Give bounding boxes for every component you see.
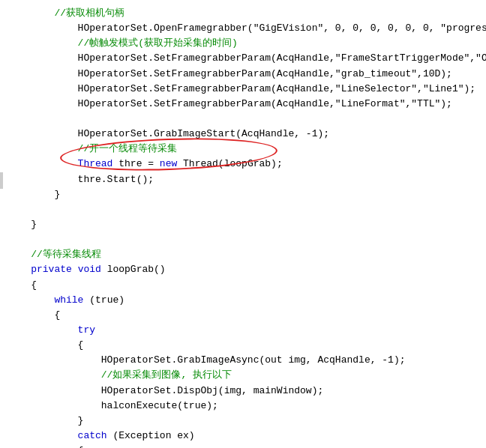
code-token: loopGrab(): [101, 264, 166, 275]
code-token: HOperatorSet.OpenFramegrabber("GigEVisio…: [8, 22, 486, 34]
line-content: //如果采集到图像, 执行以下: [0, 368, 232, 383]
code-line: }: [0, 187, 486, 202]
code-token: //帧触发模式(获取开始采集的时间): [8, 37, 238, 49]
line-content: {: [0, 338, 83, 353]
code-token: //等待采集线程: [8, 249, 101, 260]
line-content: {: [0, 444, 83, 448]
code-line: {: [0, 278, 486, 293]
line-content: HOperatorSet.SetFramegrabberParam(AcqHan…: [0, 82, 476, 97]
code-line: //等待采集线程: [0, 247, 486, 262]
code-token: HOperatorSet.SetFramegrabberParam(AcqHan…: [8, 52, 486, 64]
code-token: }: [8, 189, 60, 200]
line-content: HOperatorSet.GrabImageStart(AcqHandle, -…: [0, 127, 329, 142]
code-line: HOperatorSet.SetFramegrabberParam(AcqHan…: [0, 51, 486, 66]
code-token: {: [8, 339, 83, 351]
code-token: Thread: [8, 158, 112, 169]
line-content: Thread thre = new Thread(loopGrab);: [0, 157, 283, 172]
line-content: HOperatorSet.SetFramegrabberParam(AcqHan…: [0, 97, 452, 112]
code-token: [72, 264, 78, 275]
code-line: while (true): [0, 293, 486, 308]
code-token: //如果采集到图像, 执行以下: [8, 369, 232, 381]
code-token: (true): [83, 294, 124, 306]
code-token: HOperatorSet.SetFramegrabberParam(AcqHan…: [8, 83, 476, 94]
code-line: //帧触发模式(获取开始采集的时间): [0, 36, 486, 51]
line-content: private void loopGrab(): [0, 262, 166, 277]
code-line: halconExecute(true);: [0, 399, 486, 414]
code-token: }: [8, 219, 37, 230]
line-content: }: [0, 217, 37, 232]
code-token: thre =: [112, 158, 159, 169]
code-line: [0, 202, 486, 217]
code-token: {: [8, 279, 37, 291]
line-content: {: [0, 278, 37, 293]
code-token: //开一个线程等待采集: [8, 143, 177, 154]
code-line: HOperatorSet.OpenFramegrabber("GigEVisio…: [0, 21, 486, 36]
code-token: HOperatorSet.SetFramegrabberParam(AcqHan…: [8, 68, 452, 79]
code-token: halconExecute(true);: [8, 400, 218, 411]
line-content: [0, 202, 14, 217]
line-content: //帧触发模式(获取开始采集的时间): [0, 36, 238, 51]
code-token: HOperatorSet.SetFramegrabberParam(AcqHan…: [8, 98, 452, 109]
code-line: }: [0, 217, 486, 232]
line-content: halconExecute(true);: [0, 399, 218, 414]
line-content: try: [0, 323, 95, 338]
code-line: {: [0, 308, 486, 323]
line-content: thre.Start();: [0, 172, 154, 187]
line-content: HOperatorSet.OpenFramegrabber("GigEVisio…: [0, 21, 486, 36]
line-content: }: [0, 187, 60, 202]
code-token: }: [8, 415, 83, 426]
code-line: HOperatorSet.GrabImageAsync(out img, Acq…: [0, 353, 486, 368]
code-line: thre.Start();: [0, 172, 486, 187]
code-token: HOperatorSet.GrabImageAsync(out img, Acq…: [8, 354, 406, 366]
line-content: HOperatorSet.SetFramegrabberParam(AcqHan…: [0, 51, 486, 66]
line-content: }: [0, 414, 83, 429]
code-token: (Exception ex): [107, 430, 195, 441]
line-content: //开一个线程等待采集: [0, 142, 177, 157]
code-token: new: [160, 158, 177, 169]
code-line: try: [0, 323, 486, 338]
line-content: //等待采集线程: [0, 247, 101, 262]
code-line: {: [0, 444, 486, 448]
code-token: try: [8, 324, 95, 336]
code-line: catch (Exception ex): [0, 429, 486, 444]
code-line: [0, 112, 486, 127]
left-bar: [0, 172, 3, 189]
code-line: private void loopGrab(): [0, 262, 486, 277]
line-content: [0, 232, 14, 247]
line-content: HOperatorSet.GrabImageAsync(out img, Acq…: [0, 353, 406, 368]
code-token: HOperatorSet.DispObj(img, mainWindow);: [8, 385, 323, 396]
code-line: [0, 232, 486, 247]
code-line: //开一个线程等待采集: [0, 142, 486, 157]
code-line: {: [0, 338, 486, 353]
code-line: //如果采集到图像, 执行以下: [0, 368, 486, 383]
code-token: {: [8, 445, 83, 448]
line-content: HOperatorSet.DispObj(img, mainWindow);: [0, 384, 323, 399]
line-content: //获取相机句柄: [0, 6, 124, 21]
code-line: //获取相机句柄: [0, 6, 486, 21]
line-content: catch (Exception ex): [0, 429, 195, 444]
code-token: Thread(loopGrab);: [177, 158, 282, 169]
code-line: HOperatorSet.GrabImageStart(AcqHandle, -…: [0, 127, 486, 142]
code-token: {: [8, 309, 60, 321]
code-token: private: [8, 264, 72, 275]
line-content: HOperatorSet.SetFramegrabberParam(AcqHan…: [0, 67, 452, 82]
code-token: HOperatorSet.GrabImageStart(AcqHandle, -…: [8, 128, 329, 139]
code-token: void: [78, 264, 101, 275]
code-line: HOperatorSet.SetFramegrabberParam(AcqHan…: [0, 82, 486, 97]
code-token: //获取相机句柄: [8, 7, 124, 19]
line-content: {: [0, 308, 60, 323]
code-line: HOperatorSet.DispObj(img, mainWindow);: [0, 384, 486, 399]
code-token: thre.Start();: [8, 174, 154, 185]
line-content: while (true): [0, 293, 124, 308]
code-token: while: [8, 294, 83, 306]
line-content: [0, 112, 14, 127]
code-line: HOperatorSet.SetFramegrabberParam(AcqHan…: [0, 97, 486, 112]
code-line: Thread thre = new Thread(loopGrab);: [0, 157, 486, 172]
code-line: HOperatorSet.SetFramegrabberParam(AcqHan…: [0, 67, 486, 82]
code-lines: //获取相机句柄 HOperatorSet.OpenFramegrabber("…: [0, 6, 486, 448]
code-container: //获取相机句柄 HOperatorSet.OpenFramegrabber("…: [0, 0, 486, 448]
code-line: }: [0, 414, 486, 429]
code-token: catch: [8, 430, 107, 441]
